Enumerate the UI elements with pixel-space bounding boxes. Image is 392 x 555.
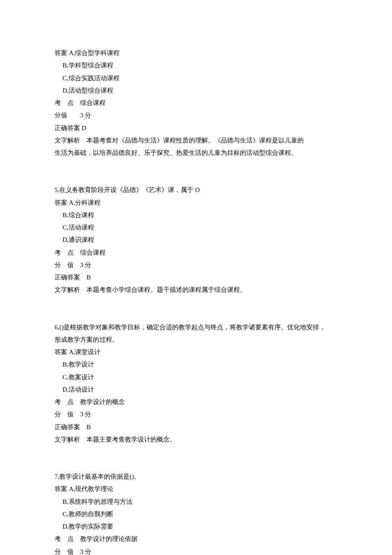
q6-option-c: C,教案设计	[55, 371, 337, 384]
q6-stem-2: 形成教学方案的过程。	[55, 334, 337, 346]
q4-option-b: B,学科型综合课程	[55, 59, 337, 72]
q7-exam-point: 考 点 教学设计的理论依据	[55, 533, 337, 545]
q5-option-c: C,活动课程	[55, 221, 337, 234]
q7-option-b: B,系统科学的原理与方法	[55, 496, 337, 508]
q5-option-b: B,综合课程	[55, 209, 337, 221]
q6-explanation: 文字解析 本题主要考查教学设计的概念。	[55, 433, 337, 446]
q4-explanation-1: 文字解析 本题考查对《品德与生活》课程性质的理解。《品德与生活》课程是以儿童的	[55, 134, 337, 147]
q4-correct-answer: 正确答案 D	[55, 122, 337, 134]
q4-option-c: C,综合实践活动课程	[55, 72, 337, 84]
document-page: 答案 A,综合型学科课程 B,学科型综合课程 C,综合实践活动课程 D,活动型综…	[0, 0, 392, 555]
q7-option-a: 答案 A,现代教学理论	[55, 483, 337, 495]
q4-score: 分值 3 分	[55, 109, 337, 122]
q5-option-d: D,通识课程	[55, 234, 337, 246]
q5-explanation: 文字解析 本题考查小学综合课程。题干描述的课程属于综合课程。	[55, 284, 337, 296]
q5-stem: 5,在义务教育阶段开设《品德》《艺术》课，属于 O	[55, 184, 337, 196]
q4-exam-point: 考 点 综合课程	[55, 97, 337, 109]
q7-score: 分 值 3 分	[55, 546, 337, 555]
q6-score: 分 值 3 分	[55, 408, 337, 421]
q4-option-d: D,活动型综合课程	[55, 84, 337, 97]
q6-correct-answer: 正确答案 B	[55, 421, 337, 433]
q6-exam-point: 考 点 教学设计的概念	[55, 396, 337, 408]
q7-stem: 7,教学设计最基本的依据是()。	[55, 471, 337, 483]
q5-correct-answer: 正确答案 B	[55, 271, 337, 284]
q5-score: 分 值 3 分	[55, 259, 337, 271]
q5-option-a: 答案 A,分科课程	[55, 197, 337, 209]
q7-option-c: C,教师的自我判断	[55, 508, 337, 520]
q4-option-a: 答案 A,综合型学科课程	[55, 47, 337, 59]
q7-option-d: D,教学的实际需要	[55, 520, 337, 533]
q6-option-a: 答案 A,课堂设计	[55, 346, 337, 358]
q6-option-d: D,活动设计	[55, 384, 337, 396]
question-6-block: 6,()是根据教学对象和教学目标，确定合适的教学起点与终点，将教学诸要素有序、优…	[55, 321, 337, 446]
q5-exam-point: 考 点 综合课程	[55, 247, 337, 259]
q4-explanation-2: 生活为基础，以培养品德良好、乐于探究、热爱生活的儿童为目标的活动型综合课程。	[55, 147, 337, 159]
question-5-block: 5,在义务教育阶段开设《品德》《艺术》课，属于 O 答案 A,分科课程 B,综合…	[55, 184, 337, 296]
question-7-block: 7,教学设计最基本的依据是()。 答案 A,现代教学理论 B,系统科学的原理与方…	[55, 471, 337, 555]
q6-stem-1: 6,()是根据教学对象和教学目标，确定合适的教学起点与终点，将教学诸要素有序、优…	[55, 321, 337, 334]
question-4-block: 答案 A,综合型学科课程 B,学科型综合课程 C,综合实践活动课程 D,活动型综…	[55, 47, 337, 159]
q6-option-b: B,教学设计	[55, 358, 337, 371]
